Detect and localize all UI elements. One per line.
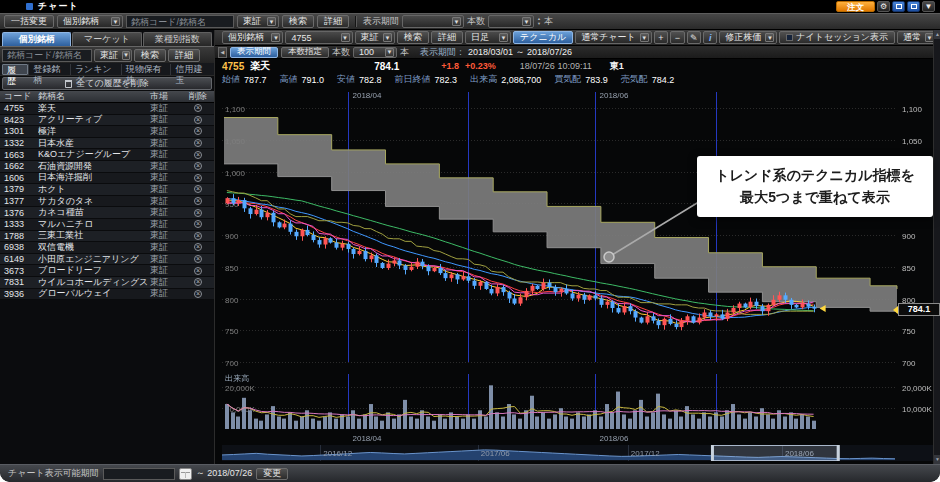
delete-row-icon[interactable]: × <box>194 151 202 159</box>
zoom-in-icon[interactable]: + <box>654 31 668 44</box>
ask-value: 784.2 <box>652 75 675 85</box>
count-select[interactable]: 100▼ <box>353 47 397 58</box>
delete-row-icon[interactable]: × <box>194 232 202 240</box>
chart-panel: 個別銘柄▼ 4755▼ 東証▼ 検索 詳細 日足▼ テクニカル 通常チャート▼ … <box>215 30 940 464</box>
chart-search-button[interactable]: 検索 <box>397 31 429 44</box>
period-mode-button[interactable]: 表示期間 <box>230 47 278 58</box>
technical-button[interactable]: テクニカル <box>513 31 573 44</box>
night-session-checkbox <box>786 34 793 41</box>
batch-change-button[interactable]: 一括変更 <box>4 15 54 28</box>
calendar-icon[interactable] <box>179 468 192 480</box>
symbol-search-input[interactable] <box>126 15 234 28</box>
delete-row-icon[interactable]: × <box>194 185 202 193</box>
subtab-margin[interactable]: 信用建玉 <box>170 64 212 75</box>
market-select[interactable]: 東証▼ <box>237 15 279 28</box>
bid-label: 買気配 <box>554 73 581 86</box>
sidebar-tab-individual[interactable]: 個別銘柄 <box>2 32 71 46</box>
delete-row-icon[interactable]: × <box>194 255 202 263</box>
display-period-label: 表示期間 <box>363 15 399 28</box>
subtab-registered[interactable]: 登録銘柄 <box>28 64 70 75</box>
chevron-down-icon: ▼ <box>122 51 130 60</box>
delete-row-icon[interactable]: × <box>194 127 202 135</box>
market-badge: 東1 <box>610 60 624 73</box>
delete-row-icon[interactable]: × <box>194 290 202 298</box>
info-icon[interactable]: i <box>703 31 717 44</box>
count-stepper[interactable]: ▲▼ <box>537 17 541 26</box>
new-window-icon[interactable] <box>892 1 905 12</box>
vertical-scrollbar[interactable]: ▲ ▼ <box>933 30 940 464</box>
delete-row-icon[interactable]: × <box>194 267 202 275</box>
price-chart-canvas[interactable] <box>222 86 935 372</box>
low-label: 安値 <box>337 73 355 86</box>
volume-value: 2,086,700 <box>501 75 541 85</box>
stock-code: 4755 <box>222 61 244 72</box>
cell-market: 東証 <box>150 287 184 300</box>
display-period-select[interactable]: ▼ <box>402 15 464 28</box>
zoom-out-icon[interactable]: − <box>670 31 684 44</box>
quote-detail-row: 始値787.7 高値791.0 安値782.8 前日終値782.3 出来高2,0… <box>215 73 940 86</box>
delete-row-icon[interactable]: × <box>194 116 202 124</box>
chart-market-select[interactable]: 東証▼ <box>355 31 395 44</box>
sidebar-tab-sector[interactable]: 業種別指数 <box>143 32 212 46</box>
delete-row-icon[interactable]: × <box>194 197 202 205</box>
delete-row-icon[interactable]: × <box>194 209 202 217</box>
bars-unit-label: 本 <box>400 46 409 59</box>
search-button[interactable]: 検索 <box>282 15 314 28</box>
sidebar-symbol-input[interactable] <box>2 49 92 62</box>
delete-row-icon[interactable]: × <box>194 104 202 112</box>
detail-button[interactable]: 詳細 <box>317 15 349 28</box>
available-period-label: チャート表示可能期間 <box>8 467 99 480</box>
bars-unit-label: 本 <box>544 15 553 28</box>
draw-pencil-icon[interactable]: ✎ <box>687 31 701 44</box>
scroll-down-icon[interactable]: ▼ <box>934 455 940 464</box>
delete-row-icon[interactable]: × <box>194 139 202 147</box>
cell-code: 1377 <box>0 196 38 206</box>
adjusted-price-select[interactable]: 修正株価▼ <box>719 31 777 44</box>
night-session-toggle[interactable]: ナイトセッション表示 <box>779 31 895 44</box>
cell-code: 6938 <box>0 242 38 252</box>
subtab-ranking[interactable]: ランキング <box>70 64 121 75</box>
session-select[interactable]: 通常▼ <box>897 31 937 44</box>
cell-name: グローバルウェイ <box>38 287 150 300</box>
bar-count-select[interactable]: ▼ <box>488 15 534 28</box>
delete-row-icon[interactable]: × <box>194 174 202 182</box>
delete-row-icon[interactable]: × <box>194 162 202 170</box>
scroll-up-icon[interactable]: ▲ <box>934 30 940 39</box>
volume-chart-canvas[interactable] <box>222 372 935 444</box>
subtab-holdings[interactable]: 現物保有株 <box>121 64 171 75</box>
collapse-sidebar-handle[interactable]: ◀ <box>218 47 227 58</box>
available-period-input[interactable] <box>103 468 175 480</box>
minimize-icon[interactable]: ▼ <box>922 1 935 12</box>
order-button[interactable]: 注文 <box>836 1 875 12</box>
chevron-down-icon: ▼ <box>111 17 120 26</box>
sidebar-market-select[interactable]: 東証▼ <box>94 49 132 62</box>
change-button[interactable]: 変更 <box>256 468 288 480</box>
subtab-history[interactable]: 履歴 <box>2 64 28 75</box>
delete-row-icon[interactable]: × <box>194 278 202 286</box>
high-value: 791.0 <box>302 75 325 85</box>
settings-gear-icon[interactable]: ⚙ <box>877 1 890 12</box>
sidebar-search-button[interactable]: 検索 <box>134 49 166 62</box>
range-label: 表示期間： <box>420 46 465 59</box>
stock-name: 楽天 <box>250 59 270 73</box>
count-mode-button[interactable]: 本数指定 <box>281 47 329 58</box>
chart-navigator[interactable] <box>222 445 935 461</box>
table-row[interactable]: 3936 グローバルウェイ 東証 × <box>0 289 214 301</box>
range-value: 2018/03/01 ～ 2018/07/26 <box>468 46 572 59</box>
chevron-down-icon: ▼ <box>499 33 508 42</box>
bottom-bar: チャート表示可能期間 ～ 2018/07/26 変更 <box>0 464 940 482</box>
chart-type-select[interactable]: 通常チャート▼ <box>575 31 652 44</box>
delete-row-icon[interactable]: × <box>194 220 202 228</box>
layout-icon[interactable] <box>907 1 920 12</box>
delete-row-icon[interactable]: × <box>194 243 202 251</box>
prev-close-label: 前日終値 <box>395 73 431 86</box>
titlebar: チャート 注文 ⚙ ▼ <box>0 0 940 13</box>
chart-detail-button[interactable]: 詳細 <box>431 31 463 44</box>
sidebar-tab-market[interactable]: マーケット <box>72 32 141 46</box>
sidebar-detail-button[interactable]: 詳細 <box>168 49 200 62</box>
timeframe-select[interactable]: 日足▼ <box>465 31 511 44</box>
cell-code: 3673 <box>0 266 38 276</box>
category-select[interactable]: 個別銘柄▼ <box>57 15 123 28</box>
chart-symbol-select[interactable]: 4755▼ <box>285 31 352 44</box>
chart-category-select[interactable]: 個別銘柄▼ <box>222 31 283 44</box>
